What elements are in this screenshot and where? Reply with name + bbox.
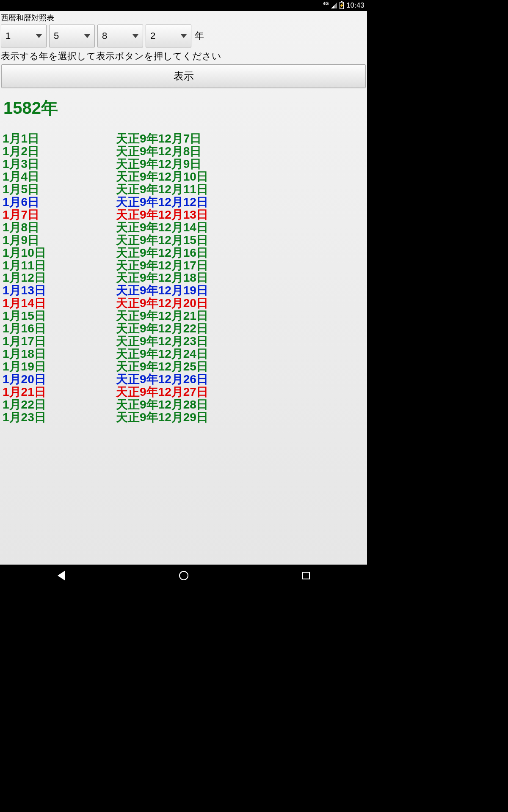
table-row: 1月14日天正9年12月20日: [3, 297, 367, 310]
digit-4-dropdown[interactable]: 2: [146, 25, 191, 47]
japanese-date: 天正9年12月28日: [116, 398, 208, 411]
gregorian-date: 1月19日: [3, 360, 116, 373]
gregorian-date: 1月2日: [3, 145, 116, 158]
table-row: 1月4日天正9年12月10日: [3, 170, 367, 183]
show-button-label: 表示: [174, 69, 194, 83]
table-row: 1月19日天正9年12月25日: [3, 360, 367, 373]
japanese-date: 天正9年12月24日: [116, 348, 208, 360]
japanese-date: 天正9年12月27日: [116, 386, 208, 398]
table-row: 1月18日天正9年12月24日: [3, 348, 367, 360]
table-row: 1月23日天正9年12月29日: [3, 411, 367, 424]
table-row: 1月2日天正9年12月8日: [3, 145, 367, 158]
japanese-date: 天正9年12月17日: [116, 259, 208, 272]
table-row: 1月11日天正9年12月17日: [3, 259, 367, 272]
japanese-date: 天正9年12月25日: [116, 360, 208, 373]
home-icon: [179, 571, 188, 580]
japanese-date: 天正9年12月12日: [116, 196, 208, 208]
chevron-down-icon: [84, 34, 90, 38]
network-label: 4G: [323, 2, 329, 6]
year-picker-row: 1 5 8 2 年: [0, 24, 367, 50]
signal-icon: [331, 3, 337, 8]
japanese-date: 天正9年12月10日: [116, 170, 208, 183]
table-row: 1月21日天正9年12月27日: [3, 386, 367, 398]
japanese-date: 天正9年12月23日: [116, 335, 208, 348]
japanese-date: 天正9年12月19日: [116, 284, 208, 297]
japanese-date: 天正9年12月13日: [116, 208, 208, 221]
digit-2-dropdown[interactable]: 5: [49, 25, 95, 47]
table-row: 1月13日天正9年12月19日: [3, 284, 367, 297]
japanese-date: 天正9年12月11日: [116, 183, 208, 196]
digit-3-value: 8: [102, 30, 107, 41]
japanese-date: 天正9年12月29日: [116, 411, 208, 424]
japanese-date: 天正9年12月7日: [116, 132, 202, 145]
japanese-date: 天正9年12月26日: [116, 373, 208, 386]
app-title: 西暦和暦対照表: [0, 11, 367, 24]
table-row: 1月10日天正9年12月16日: [3, 247, 367, 259]
nav-bar: [0, 565, 367, 587]
gregorian-date: 1月7日: [3, 208, 116, 221]
chevron-down-icon: [133, 34, 138, 38]
digit-3-dropdown[interactable]: 8: [97, 25, 143, 47]
date-table: 1月1日天正9年12月7日1月2日天正9年12月8日1月3日天正9年12月9日1…: [0, 132, 367, 424]
digit-1-value: 1: [6, 30, 11, 41]
gregorian-date: 1月23日: [3, 411, 116, 424]
table-row: 1月5日天正9年12月11日: [3, 183, 367, 196]
gregorian-date: 1月4日: [3, 170, 116, 183]
gregorian-date: 1月3日: [3, 158, 116, 170]
table-row: 1月12日天正9年12月18日: [3, 272, 367, 284]
back-button[interactable]: [49, 567, 74, 584]
table-row: 1月3日天正9年12月9日: [3, 158, 367, 170]
gregorian-date: 1月1日: [3, 132, 116, 145]
japanese-date: 天正9年12月15日: [116, 234, 208, 247]
japanese-date: 天正9年12月9日: [116, 158, 202, 170]
table-row: 1月16日天正9年12月22日: [3, 322, 367, 335]
japanese-date: 天正9年12月21日: [116, 310, 208, 322]
gregorian-date: 1月12日: [3, 272, 116, 284]
gregorian-date: 1月21日: [3, 386, 116, 398]
japanese-date: 天正9年12月20日: [116, 297, 208, 310]
gregorian-date: 1月16日: [3, 322, 116, 335]
gregorian-date: 1月22日: [3, 398, 116, 411]
gregorian-date: 1月20日: [3, 373, 116, 386]
gregorian-date: 1月18日: [3, 348, 116, 360]
year-heading: 1582年: [0, 91, 367, 132]
chevron-down-icon: [36, 34, 42, 38]
recent-icon: [302, 572, 310, 579]
table-row: 1月1日天正9年12月7日: [3, 132, 367, 145]
table-row: 1月8日天正9年12月14日: [3, 221, 367, 234]
digit-2-value: 5: [54, 30, 59, 41]
table-row: 1月9日天正9年12月15日: [3, 234, 367, 247]
gregorian-date: 1月13日: [3, 284, 116, 297]
japanese-date: 天正9年12月16日: [116, 247, 208, 259]
gregorian-date: 1月8日: [3, 221, 116, 234]
digit-1-dropdown[interactable]: 1: [1, 25, 47, 47]
status-bar: 4G ⚡ 10:43: [0, 0, 367, 11]
japanese-date: 天正9年12月18日: [116, 272, 208, 284]
japanese-date: 天正9年12月14日: [116, 221, 208, 234]
show-button[interactable]: 表示: [1, 64, 366, 88]
gregorian-date: 1月5日: [3, 183, 116, 196]
gregorian-date: 1月17日: [3, 335, 116, 348]
digit-4-value: 2: [150, 30, 155, 41]
recent-button[interactable]: [293, 567, 319, 584]
table-row: 1月15日天正9年12月21日: [3, 310, 367, 322]
table-row: 1月22日天正9年12月28日: [3, 398, 367, 411]
gregorian-date: 1月11日: [3, 259, 116, 272]
table-row: 1月7日天正9年12月13日: [3, 208, 367, 221]
home-button[interactable]: [171, 567, 196, 584]
gregorian-date: 1月10日: [3, 247, 116, 259]
chevron-down-icon: [181, 34, 187, 38]
japanese-date: 天正9年12月22日: [116, 322, 208, 335]
clock-label: 10:43: [346, 2, 364, 9]
table-row: 1月17日天正9年12月23日: [3, 335, 367, 348]
gregorian-date: 1月9日: [3, 234, 116, 247]
app-content: 西暦和暦対照表 1 5 8 2 年 表示する年を選択して表示ボタンを押してくださ…: [0, 11, 367, 565]
japanese-date: 天正9年12月8日: [116, 145, 202, 158]
year-suffix-label: 年: [195, 30, 204, 42]
table-row: 1月6日天正9年12月12日: [3, 196, 367, 208]
battery-charging-icon: ⚡: [340, 2, 344, 9]
hint-text: 表示する年を選択して表示ボタンを押してください: [0, 50, 367, 64]
gregorian-date: 1月14日: [3, 297, 116, 310]
gregorian-date: 1月15日: [3, 310, 116, 322]
back-icon: [58, 571, 65, 581]
